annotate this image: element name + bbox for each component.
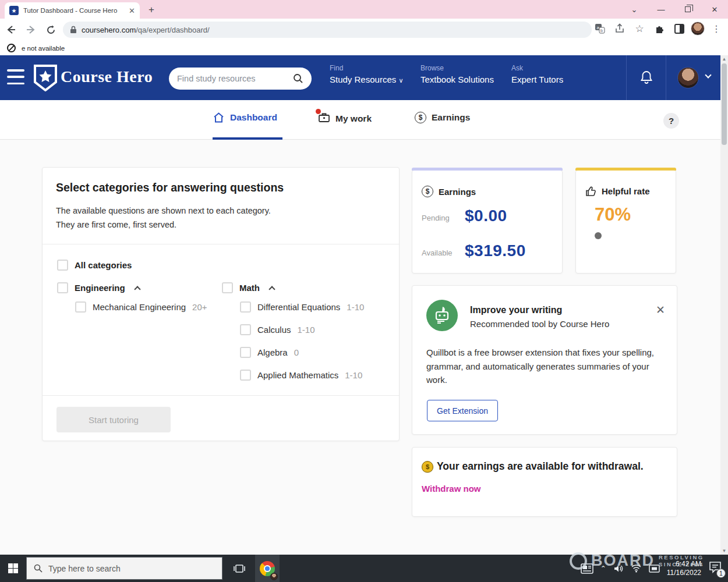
news-widget-icon[interactable]: [581, 563, 593, 574]
collapse-caret-icon[interactable]: [268, 286, 275, 292]
nav-expert-tutors[interactable]: Ask Expert Tutors: [511, 64, 563, 84]
checkbox[interactable]: [57, 260, 68, 271]
account-chevron-icon[interactable]: [705, 72, 711, 78]
coursehero-logo-icon[interactable]: [34, 65, 57, 94]
checkbox[interactable]: [240, 347, 251, 358]
checkbox-differential-equations[interactable]: Differential Equations 1-10: [240, 301, 364, 313]
quillbot-body: Quillbot is a free browser extension tha…: [426, 346, 666, 387]
checkbox[interactable]: [222, 282, 233, 293]
infobar: e not available: [0, 41, 728, 55]
checkbox[interactable]: [57, 282, 68, 293]
coursehero-header: Course Hero Find study resources Find St…: [0, 55, 728, 100]
screen-cast-icon[interactable]: [649, 564, 660, 573]
quillbot-subtitle: Recommended tool by Course Hero: [470, 319, 609, 329]
tab-search-icon[interactable]: ⌄: [621, 0, 648, 19]
action-center-button[interactable]: 1: [708, 561, 723, 576]
helpful-accent-bar: [575, 168, 676, 171]
tab-dashboard[interactable]: Dashboard: [213, 112, 277, 123]
new-tab-button[interactable]: +: [149, 4, 154, 16]
start-button[interactable]: [0, 555, 26, 582]
forward-icon[interactable]: [22, 21, 40, 38]
bookmark-star-icon[interactable]: ☆: [631, 20, 648, 37]
brand-wordmark[interactable]: Course Hero: [61, 68, 153, 86]
nav-study-resources[interactable]: Find Study Resources ∨: [330, 64, 403, 84]
dashboard-subnav: Dashboard My work $ Earnings: [0, 100, 720, 140]
quillbot-logo-icon: [426, 300, 458, 331]
restore-button[interactable]: [674, 0, 701, 19]
checkbox[interactable]: [240, 324, 251, 335]
dollar-coin-icon: $: [415, 112, 426, 123]
checkbox-applied-mathematics[interactable]: Applied Mathematics 1-10: [240, 370, 362, 381]
help-button[interactable]: ?: [663, 113, 679, 129]
categories-subtitle-2: They are first come, first served.: [56, 220, 176, 229]
url-path: /qa/expert/dashboard/: [136, 26, 209, 34]
scroll-up-icon[interactable]: ▲: [720, 56, 728, 62]
close-window-button[interactable]: ✕: [701, 0, 728, 19]
chevron-down-icon: ∨: [398, 77, 403, 84]
checkbox-group-engineering[interactable]: Engineering: [57, 282, 140, 293]
hero-search-input[interactable]: Find study resources: [169, 68, 312, 90]
tab-earnings[interactable]: $ Earnings: [415, 112, 470, 123]
tab-my-work[interactable]: My work: [318, 112, 372, 126]
share-icon[interactable]: [612, 20, 628, 37]
checkbox-algebra[interactable]: Algebra 0: [240, 347, 299, 358]
checkbox-group-math[interactable]: Math: [222, 282, 274, 293]
home-icon: [213, 112, 225, 123]
chrome-taskbar-button[interactable]: [255, 555, 280, 582]
task-view-button[interactable]: [227, 555, 252, 582]
close-icon[interactable]: ✕: [656, 303, 665, 317]
scroll-down-icon[interactable]: ▼: [720, 548, 728, 553]
translate-icon[interactable]: ab: [592, 20, 608, 37]
nav-textbook-solutions[interactable]: Browse Textbook Solutions: [420, 64, 494, 84]
withdraw-now-link[interactable]: Withdraw now: [422, 484, 481, 494]
scrollbar-thumb[interactable]: [722, 63, 727, 145]
pending-label: Pending: [422, 214, 450, 222]
tray-clock[interactable]: 6:42 AM 11/16/2022: [667, 560, 701, 577]
face-dot-icon: [595, 232, 602, 239]
user-avatar[interactable]: [677, 67, 699, 88]
windows-logo-icon: [8, 563, 18, 573]
svg-text:b: b: [600, 29, 603, 33]
page-scrollbar[interactable]: ▲ ▼: [720, 55, 728, 555]
categories-title: Select categories for answering question…: [56, 181, 284, 194]
url-bar[interactable]: coursehero.com/qa/expert/dashboard/: [63, 22, 592, 38]
search-icon[interactable]: [293, 73, 303, 84]
wifi-icon[interactable]: [631, 564, 642, 573]
volume-icon[interactable]: [613, 564, 624, 573]
available-label: Available: [422, 249, 453, 257]
collapse-caret-icon[interactable]: [134, 286, 140, 292]
back-icon[interactable]: [2, 21, 20, 38]
browser-tab[interactable]: ★ Tutor Dashboard - Course Hero ✕: [5, 2, 140, 19]
helpful-rate-card: Helpful rate 70%: [575, 170, 676, 274]
reload-icon[interactable]: [42, 21, 59, 38]
checkbox[interactable]: [240, 370, 251, 381]
checkbox[interactable]: [75, 301, 86, 313]
pending-value: $0.00: [465, 207, 507, 225]
earnings-card: $ Earnings Pending $0.00 Available $319.…: [412, 170, 563, 274]
lock-icon: [70, 26, 77, 34]
checkbox-all-categories[interactable]: All categories: [57, 260, 132, 271]
categories-subtitle-1: The available questions are shown next t…: [56, 206, 271, 215]
side-panel-icon[interactable]: [671, 20, 687, 37]
quillbot-card: Improve your writing Recommended tool by…: [412, 285, 677, 435]
money-bag-icon: $: [422, 461, 433, 473]
checkbox-mechanical-engineering[interactable]: Mechanical Engineering 20+: [75, 301, 207, 313]
browser-profile-avatar[interactable]: [691, 22, 705, 36]
helpful-rate-value: 70%: [595, 204, 631, 225]
notifications-bell-icon[interactable]: [637, 68, 656, 87]
minimize-button[interactable]: —: [648, 0, 674, 19]
hamburger-menu-icon[interactable]: [7, 69, 24, 84]
browser-menu-icon[interactable]: ⋮: [708, 20, 725, 37]
checkbox[interactable]: [240, 301, 251, 313]
extensions-puzzle-icon[interactable]: [651, 20, 667, 37]
notification-count-badge: 1: [716, 569, 726, 578]
taskbar-search-input[interactable]: Type here to search: [26, 557, 222, 580]
tab-close-icon[interactable]: ✕: [129, 6, 135, 15]
start-tutoring-button[interactable]: Start tutoring: [56, 407, 171, 432]
browser-toolbar: coursehero.com/qa/expert/dashboard/ ab ☆…: [0, 19, 728, 41]
tray-time: 6:42 AM: [667, 560, 701, 569]
tray-expand-icon[interactable]: ⌃: [600, 565, 606, 573]
checkbox-calculus[interactable]: Calculus 1-10: [240, 324, 315, 335]
coursehero-favicon: ★: [9, 6, 19, 15]
get-extension-button[interactable]: Get Extension: [427, 400, 498, 421]
